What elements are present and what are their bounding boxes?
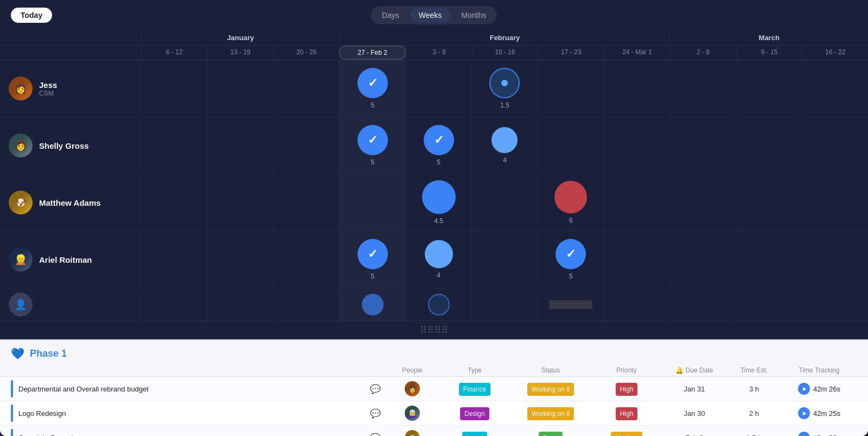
type-badge-1[interactable]: Design xyxy=(460,407,489,420)
gantt-grid-ariel: 5 4 5 xyxy=(141,231,868,288)
status-badge-1[interactable]: Working on it xyxy=(527,407,574,420)
matthew-col-6: 6 xyxy=(538,174,604,231)
comment-icon-2[interactable]: 💬 xyxy=(366,433,385,437)
shelly-col-10 xyxy=(802,117,868,174)
matthew-col-3 xyxy=(339,174,405,231)
view-months-button[interactable]: Months xyxy=(452,8,495,22)
duedate-col-2: Feb 3 xyxy=(662,434,727,437)
table-row-2: Copyright Procedures 💬 🐶 Legal Done Medi… xyxy=(0,426,868,436)
priority-cell-0: High xyxy=(591,385,662,393)
timeest-col-0: 3 h xyxy=(727,385,781,393)
person-info-shelly: Shelly Gross xyxy=(39,141,89,150)
bubble-jess-2[interactable] xyxy=(489,68,520,98)
bubble-value-jess-1: 5 xyxy=(371,102,375,109)
person-cell-shelly: 👩 Shelly Gross xyxy=(0,134,141,157)
play-button-0[interactable] xyxy=(798,383,810,395)
week-3-9: 3 - 9 xyxy=(406,46,472,60)
people-col-1: 👩‍🦳 xyxy=(385,406,439,421)
bubble-jess-1[interactable] xyxy=(358,68,388,98)
priority-badge-2[interactable]: Medium xyxy=(611,432,643,437)
duedate-col-1: Jan 30 xyxy=(662,409,727,418)
bubble-shelly-1[interactable] xyxy=(358,125,388,155)
status-badge-2[interactable]: Done xyxy=(539,432,563,437)
timetrack-value-2: 42m 26s xyxy=(813,434,840,437)
gantt-grid-partial xyxy=(141,288,868,320)
bubble-value-matthew-1: 4.5 xyxy=(434,217,443,225)
row-avatar-2: 🐶 xyxy=(405,430,420,436)
week-10-16: 10 - 16 xyxy=(472,46,538,60)
gantt-grid-jess: 5 1.5 xyxy=(141,60,868,117)
bubble-matthew-1[interactable] xyxy=(422,180,456,214)
week-27-feb2: 27 - Feb 2 xyxy=(339,46,406,60)
shelly-col-9 xyxy=(736,117,802,174)
comment-icon-0[interactable]: 💬 xyxy=(366,384,385,394)
matthew-col-10 xyxy=(802,174,868,231)
month-february: February xyxy=(340,30,670,45)
type-badge-2[interactable]: Legal xyxy=(462,432,487,437)
matthew-col-9 xyxy=(736,174,802,231)
today-button[interactable]: Today xyxy=(11,8,52,23)
ariel-col-8 xyxy=(670,231,736,288)
person-name-ariel: Ariel Roitman xyxy=(39,255,92,264)
task-name-2: Copyright Procedures xyxy=(18,434,366,437)
avatar-partial: 👤 xyxy=(9,293,33,317)
play-button-1[interactable] xyxy=(798,407,810,419)
header-spacer xyxy=(0,30,141,45)
shelly-col-1 xyxy=(207,117,273,174)
view-days-button[interactable]: Days xyxy=(373,8,408,22)
jess-col-10 xyxy=(802,60,868,117)
drag-handle[interactable]: ⠿⠿⠿⠿ xyxy=(0,321,868,339)
play-button-2[interactable] xyxy=(798,432,810,436)
week-17-23: 17 - 23 xyxy=(538,46,604,60)
week-16-22: 16 - 22 xyxy=(802,46,868,60)
gantt-row-jess: 👩 Jess CSM 5 1.5 xyxy=(0,60,868,117)
jess-col-4 xyxy=(405,60,471,117)
col-header-status: Status xyxy=(510,367,591,374)
bubble-ariel-1[interactable] xyxy=(358,239,388,269)
bubble-matthew-2[interactable] xyxy=(554,181,587,213)
people-col-2: 🐶 xyxy=(385,430,439,436)
person-info-matthew: Matthew Adams xyxy=(39,198,101,207)
task-name-1: Logo Redesign xyxy=(18,409,366,418)
shelly-col-8 xyxy=(670,117,736,174)
bubble-shelly-2[interactable] xyxy=(424,125,454,155)
priority-badge-0[interactable]: High xyxy=(616,383,638,396)
ariel-col-1 xyxy=(207,231,273,288)
month-row: January February March xyxy=(0,30,868,46)
jess-col-6 xyxy=(538,60,604,117)
person-info-jess: Jess CSM xyxy=(39,80,57,97)
gantt-body: 👩 Jess CSM 5 1.5 xyxy=(0,60,868,321)
gantt-row-matthew: 🐶 Matthew Adams 4.5 6 xyxy=(0,174,868,231)
type-badge-0[interactable]: Finance xyxy=(459,383,491,396)
bubble-ariel-2[interactable] xyxy=(425,240,453,268)
view-toggle: Days Weeks Months xyxy=(371,6,497,24)
status-cell-1: Working on it xyxy=(510,409,591,418)
person-name-shelly: Shelly Gross xyxy=(39,141,89,150)
status-badge-0[interactable]: Working on it xyxy=(527,383,574,396)
bubble-value-ariel-2: 4 xyxy=(437,271,441,279)
week-13-19: 13 - 19 xyxy=(207,46,273,60)
week-row: 6 - 12 13 - 19 20 - 26 27 - Feb 2 3 - 9 … xyxy=(0,46,868,60)
view-weeks-button[interactable]: Weeks xyxy=(410,8,451,22)
timetrack-col-0: 42m 26s xyxy=(781,383,857,395)
matthew-col-8 xyxy=(670,174,736,231)
ariel-col-9 xyxy=(736,231,802,288)
gantt-row-ariel: 👱 Ariel Roitman 5 4 xyxy=(0,231,868,288)
week-spacer xyxy=(0,46,141,60)
bubble-shelly-3[interactable] xyxy=(492,127,518,153)
bubble-value-shelly-1: 5 xyxy=(371,159,375,166)
row-accent-0 xyxy=(11,380,13,397)
priority-cell-1: High xyxy=(591,409,662,418)
matthew-col-5 xyxy=(471,174,538,231)
col-header-priority: Priority xyxy=(591,367,662,374)
avatar-jess: 👩 xyxy=(9,77,33,100)
ariel-col-10 xyxy=(802,231,868,288)
row-accent-1 xyxy=(11,405,13,422)
avatar-shelly: 👩 xyxy=(9,134,33,157)
priority-badge-1[interactable]: High xyxy=(616,407,638,420)
comment-icon-1[interactable]: 💬 xyxy=(366,408,385,419)
bubble-ariel-3[interactable] xyxy=(556,239,586,269)
calendar-header: January February March 6 - 12 13 - 19 20… xyxy=(0,30,868,60)
table-row-0: Departmental and Overall rebrand budget … xyxy=(0,377,868,401)
month-march: March xyxy=(669,30,868,45)
